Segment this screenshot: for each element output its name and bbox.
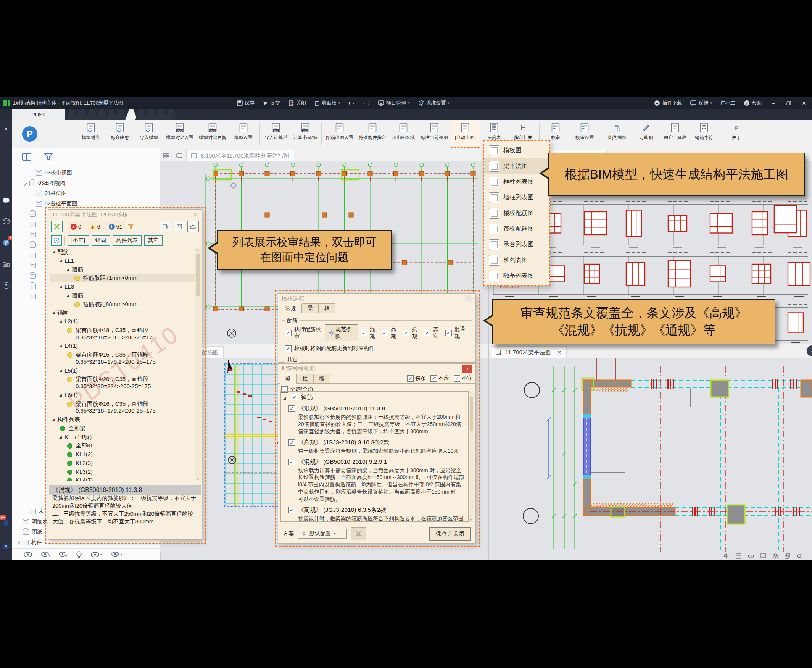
标注当前视图-button[interactable]: 标注当前视图 [418,120,451,148]
target-icon[interactable] [51,235,62,246]
chat-icon[interactable] [0,195,12,207]
pan-icon[interactable] [723,553,729,559]
tab-beam[interactable]: 梁 [280,374,297,384]
check-tree-row[interactable]: ◢L4(1) [50,342,195,351]
rule-clauses-button[interactable]: 规范条款 [325,324,358,341]
help-button[interactable]: ?帮助 [740,97,765,109]
用户工具栏-button[interactable]: 用户工具栏 [660,120,690,148]
code-checkbox[interactable] [360,330,367,336]
save-close-button[interactable]: 保存并关闭 [429,527,471,541]
system-settings-button[interactable]: 系统设置▾ [415,97,453,109]
table-icon[interactable] [736,553,741,559]
project-management-button[interactable]: 项目管理▾ [375,97,413,109]
code-checkbox[interactable] [424,330,430,336]
code-checkbox[interactable] [445,330,452,336]
check-tree-row[interactable]: KL1(2) [50,450,195,459]
menu-item-模板图[interactable]: 模板图 [484,143,549,159]
info-count-badge[interactable]: i51 [106,221,125,232]
tree-item-02基础平面图[interactable]: 02基础平面图 [12,199,160,209]
钢筋字符-button[interactable]: 钢筋字符 [690,120,719,148]
monitor-icon[interactable] [760,553,766,558]
查找替换-button[interactable]: ab查找/替换 [602,120,632,148]
locate-issue-button[interactable] [51,221,63,232]
beam-plan-drawing[interactable] [489,358,812,551]
关于-button[interactable]: P关于 [722,120,751,148]
filter-icon[interactable] [44,153,53,161]
close-dialog-icon[interactable] [465,295,472,302]
grid-view-icon[interactable] [163,153,170,159]
scheme-select[interactable]: 默认配置▾ [298,529,347,539]
ribbon-tab-8[interactable] [145,109,157,120]
undo-button[interactable] [345,97,358,109]
eye-settings-dropdown[interactable]: ▾ [112,552,123,557]
tab-slab[interactable]: 板 [318,304,335,313]
layers-icon[interactable] [785,553,790,559]
check-tree-row[interactable]: ◢配筋 [50,248,195,257]
ribbon-tab-0[interactable] [66,109,78,120]
help-circle-icon[interactable]: ? [0,280,12,291]
模型对比设置-button[interactable]: MOD模型对比设置 [163,120,196,148]
pdst-logo-icon[interactable]: P [22,126,37,142]
warning-count-badge[interactable]: !6 [87,221,103,232]
feedback-button[interactable]: 反馈▾ [687,97,715,109]
ribbon-tab-9[interactable] [155,109,167,120]
不出图区域-button[interactable]: 不出图区域 [389,120,418,148]
code-checkbox[interactable] [403,330,409,336]
close-dialog-icon[interactable]: x [462,365,472,372]
标高映射-button[interactable]: 标高映射 [105,120,134,148]
ribbon-tab-6[interactable] [125,109,137,120]
close-view-icon[interactable]: ✕ [557,349,562,356]
check-tree-row[interactable]: 梁首面筋Φ16，C35，直锚段0.35*32*16=179.2>200-25=1… [50,400,195,416]
notification-bell-icon[interactable]: 99+ [0,517,12,529]
exec-check-checkbox[interactable] [285,330,292,336]
clipboard-button[interactable]: 剪贴板▾ [311,97,343,109]
tab-beam[interactable]: 梁 [302,304,318,313]
万能刷-button[interactable]: 万能刷 [632,120,660,148]
check-tree-row[interactable]: ◢箍筋 [50,291,195,300]
check-tree-row[interactable]: ◢L6(1) [50,391,195,400]
tree-item-03校审视图[interactable]: 03校审视图 [12,167,160,178]
minimize-button[interactable]: – [767,97,780,109]
check-tree-row[interactable]: ◢LL3 [50,282,195,291]
update-rebar-checkbox[interactable] [285,346,292,352]
eye-dropdown[interactable]: ▾ [91,552,102,557]
check-tree-row[interactable]: ◢构件列表 [50,415,195,424]
check-tree-row[interactable]: KL3(2) [50,468,195,476]
计算书显隐-button[interactable]: JSS计算书显/隐 [290,120,320,148]
menu-item-楼板配筋图[interactable]: 楼板配筋图 [484,205,549,221]
eye-icon[interactable] [24,552,32,557]
ribbon-tab-10[interactable] [165,109,177,120]
模型设置-button[interactable]: 模型设置 [229,120,258,148]
tree-item-01桩位图[interactable]: 01桩位图 [12,188,160,199]
check-tree-row[interactable]: 全部KL [50,441,195,450]
user-name[interactable]: 广小二 [717,97,739,109]
check-filter-0[interactable]: [不宜] [68,235,89,246]
check-filter-1[interactable]: 锚固 [92,235,110,246]
rule-checkbox[interactable] [288,406,295,412]
menu-item-桩列表图[interactable]: 桩列表图 [484,252,549,268]
tab-column[interactable]: 柱 [297,374,313,383]
check-tree-row[interactable]: KL2(3) [50,459,195,468]
close-window-button[interactable]: ✕ [797,97,810,109]
check-tree-row[interactable]: 梁首面筋Φ20，C35，直锚段0.35*32*20=224>200-25=175 [50,375,195,391]
mandatory-checkbox[interactable] [407,375,414,382]
rule-item[interactable]: 《高规》 (JGJ3-2010) 3.10.3条2款 [283,439,466,447]
box-icon[interactable] [773,553,778,559]
report-list-icon[interactable] [173,221,185,232]
check-tree-row[interactable]: ◢LL1 [50,257,195,265]
tab-general[interactable]: 常规 [280,304,302,313]
rule-item[interactable]: 《高规》 (JGJ3-2010) 6.3.5条2款 [283,506,466,514]
check-tree-row[interactable]: ◢锚固 [50,309,195,317]
scheme-tools-button[interactable] [351,527,366,540]
导入计算书-button[interactable]: JSS导入计算书 [262,120,290,148]
ribbon-tab-2[interactable] [85,109,98,120]
check-filter-3[interactable]: 其它 [144,235,163,246]
check-filter-2[interactable]: 构件列表 [113,235,142,246]
check-tree-row[interactable]: 箍筋肢距71mm>0mm [50,274,195,282]
导入模型-button[interactable]: 导入模型 [134,120,163,148]
expand-strip-button[interactable]: » [0,122,12,134]
menu-item-承台列表图[interactable]: 承台列表图 [484,237,549,252]
check-tree-row[interactable]: ◢L5(1) [50,366,195,375]
模型对比更新-button[interactable]: MOD模型对比更新 [196,120,229,148]
model-cube-icon[interactable] [0,215,12,227]
